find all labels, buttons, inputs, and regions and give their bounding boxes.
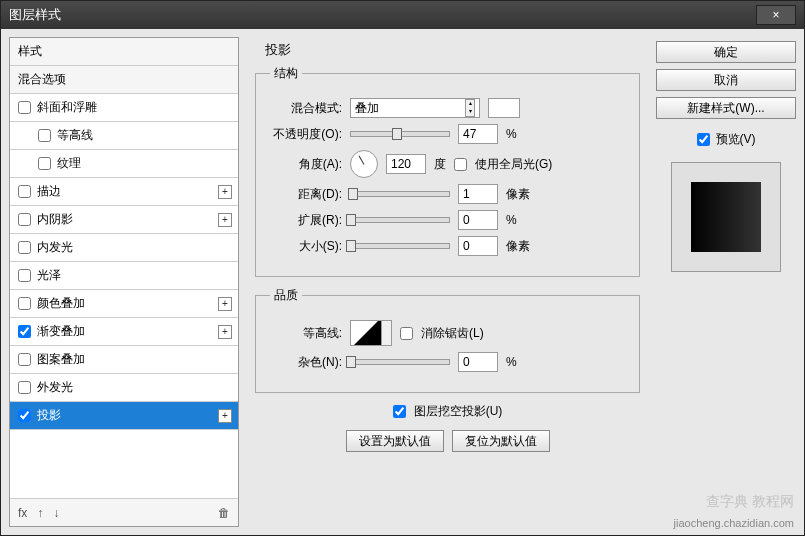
- spread-label: 扩展(R):: [270, 212, 342, 229]
- style-item[interactable]: 内发光: [10, 234, 238, 262]
- style-label: 描边: [37, 183, 61, 200]
- style-item[interactable]: 渐变叠加+: [10, 318, 238, 346]
- contour-picker[interactable]: [350, 320, 382, 346]
- arrow-up-icon[interactable]: ↑: [37, 506, 43, 520]
- size-label: 大小(S):: [270, 238, 342, 255]
- blending-options-header[interactable]: 混合选项: [10, 66, 238, 94]
- style-checkbox[interactable]: [18, 297, 31, 310]
- style-checkbox[interactable]: [18, 213, 31, 226]
- style-item[interactable]: 外发光: [10, 374, 238, 402]
- style-checkbox[interactable]: [18, 185, 31, 198]
- style-item[interactable]: 纹理: [10, 150, 238, 178]
- style-item[interactable]: 等高线: [10, 122, 238, 150]
- opacity-unit: %: [506, 127, 517, 141]
- set-default-button[interactable]: 设置为默认值: [346, 430, 444, 452]
- style-checkbox[interactable]: [18, 101, 31, 114]
- ok-button[interactable]: 确定: [656, 41, 796, 63]
- angle-dial[interactable]: [350, 150, 378, 178]
- arrow-down-icon[interactable]: ↓: [53, 506, 59, 520]
- preview-box: [671, 162, 781, 272]
- global-light-checkbox[interactable]: [454, 158, 467, 171]
- style-item[interactable]: 内阴影+: [10, 206, 238, 234]
- plus-icon[interactable]: +: [218, 213, 232, 227]
- blend-mode-row: 混合模式: 叠加 ▴▾: [270, 98, 625, 118]
- style-checkbox[interactable]: [38, 129, 51, 142]
- distance-input[interactable]: [458, 184, 498, 204]
- style-item[interactable]: 投影+: [10, 402, 238, 430]
- titlebar[interactable]: 图层样式 ×: [1, 1, 804, 29]
- fx-icon[interactable]: fx: [18, 506, 27, 520]
- style-checkbox[interactable]: [18, 409, 31, 422]
- knockout-checkbox[interactable]: [393, 405, 406, 418]
- distance-slider[interactable]: [350, 191, 450, 197]
- cancel-button[interactable]: 取消: [656, 69, 796, 91]
- reset-default-button[interactable]: 复位为默认值: [452, 430, 550, 452]
- spread-input[interactable]: [458, 210, 498, 230]
- noise-unit: %: [506, 355, 517, 369]
- style-label: 等高线: [57, 127, 93, 144]
- preview-label: 预览(V): [716, 131, 756, 148]
- distance-label: 距离(D):: [270, 186, 342, 203]
- watermark-url: jiaocheng.chazidian.com: [674, 517, 794, 529]
- preview-checkbox[interactable]: [697, 133, 710, 146]
- style-checkbox[interactable]: [18, 269, 31, 282]
- layer-style-dialog: 图层样式 × 样式 混合选项 斜面和浮雕等高线纹理描边+内阴影+内发光光泽颜色叠…: [0, 0, 805, 536]
- chevron-updown-icon: ▴▾: [465, 99, 475, 117]
- spread-unit: %: [506, 213, 517, 227]
- new-style-button[interactable]: 新建样式(W)...: [656, 97, 796, 119]
- distance-unit: 像素: [506, 186, 530, 203]
- noise-row: 杂色(N): %: [270, 352, 625, 372]
- dialog-body: 样式 混合选项 斜面和浮雕等高线纹理描边+内阴影+内发光光泽颜色叠加+渐变叠加+…: [1, 29, 804, 535]
- style-item[interactable]: 图案叠加: [10, 346, 238, 374]
- style-item[interactable]: 斜面和浮雕: [10, 94, 238, 122]
- contour-dropdown-icon[interactable]: [382, 320, 392, 346]
- style-checkbox[interactable]: [18, 241, 31, 254]
- spread-slider[interactable]: [350, 217, 450, 223]
- style-label: 光泽: [37, 267, 61, 284]
- close-button[interactable]: ×: [756, 5, 796, 25]
- quality-fieldset: 品质 等高线: 消除锯齿(L) 杂色(N): %: [255, 287, 640, 393]
- style-checkbox[interactable]: [18, 325, 31, 338]
- opacity-input[interactable]: [458, 124, 498, 144]
- style-item[interactable]: 颜色叠加+: [10, 290, 238, 318]
- opacity-row: 不透明度(O): %: [270, 124, 625, 144]
- angle-unit: 度: [434, 156, 446, 173]
- style-item[interactable]: 光泽: [10, 262, 238, 290]
- blend-mode-select[interactable]: 叠加 ▴▾: [350, 98, 480, 118]
- style-checkbox[interactable]: [18, 381, 31, 394]
- preview-toggle: 预览(V): [656, 131, 796, 148]
- knockout-label: 图层挖空投影(U): [414, 403, 503, 420]
- style-label: 渐变叠加: [37, 323, 85, 340]
- structure-fieldset: 结构 混合模式: 叠加 ▴▾ 不透明度(O): %: [255, 65, 640, 277]
- style-label: 投影: [37, 407, 61, 424]
- structure-legend: 结构: [270, 65, 302, 82]
- style-item[interactable]: 描边+: [10, 178, 238, 206]
- noise-input[interactable]: [458, 352, 498, 372]
- angle-input[interactable]: [386, 154, 426, 174]
- size-input[interactable]: [458, 236, 498, 256]
- noise-slider[interactable]: [350, 359, 450, 365]
- defaults-row: 设置为默认值 复位为默认值: [255, 430, 640, 452]
- plus-icon[interactable]: +: [218, 297, 232, 311]
- distance-row: 距离(D): 像素: [270, 184, 625, 204]
- preview-swatch: [691, 182, 761, 252]
- spread-row: 扩展(R): %: [270, 210, 625, 230]
- opacity-label: 不透明度(O):: [270, 126, 342, 143]
- shadow-color-swatch[interactable]: [488, 98, 520, 118]
- plus-icon[interactable]: +: [218, 325, 232, 339]
- style-checkbox[interactable]: [18, 353, 31, 366]
- section-title: 投影: [255, 41, 640, 59]
- antialias-checkbox[interactable]: [400, 327, 413, 340]
- opacity-slider[interactable]: [350, 131, 450, 137]
- styles-panel: 样式 混合选项 斜面和浮雕等高线纹理描边+内阴影+内发光光泽颜色叠加+渐变叠加+…: [9, 37, 239, 527]
- styles-header[interactable]: 样式: [10, 38, 238, 66]
- plus-icon[interactable]: +: [218, 185, 232, 199]
- trash-icon[interactable]: 🗑: [218, 506, 230, 520]
- contour-label: 等高线:: [270, 325, 342, 342]
- style-checkbox[interactable]: [38, 157, 51, 170]
- plus-icon[interactable]: +: [218, 409, 232, 423]
- style-label: 斜面和浮雕: [37, 99, 97, 116]
- size-slider[interactable]: [350, 243, 450, 249]
- size-row: 大小(S): 像素: [270, 236, 625, 256]
- quality-legend: 品质: [270, 287, 302, 304]
